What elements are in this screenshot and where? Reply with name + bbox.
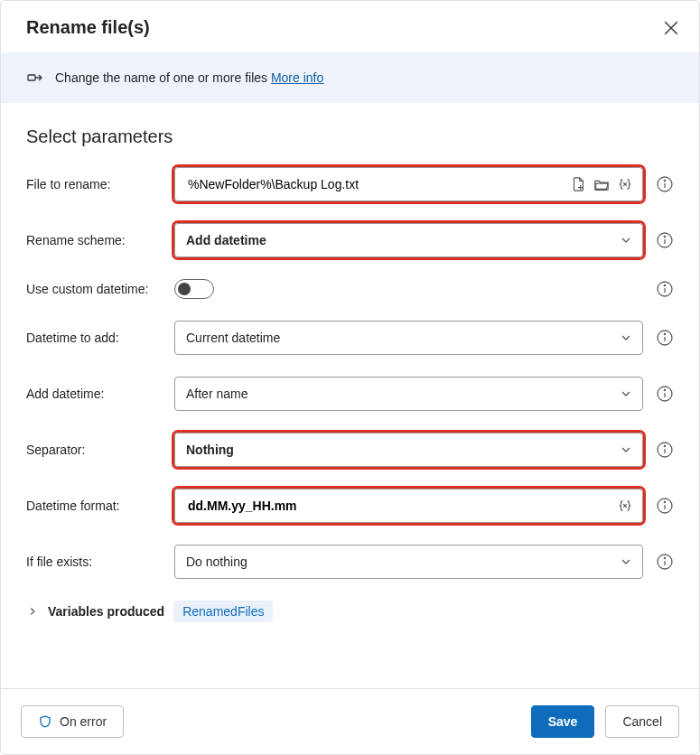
info-icon[interactable]: [656, 385, 674, 403]
info-icon[interactable]: [656, 329, 674, 347]
close-icon[interactable]: [663, 20, 679, 36]
on-error-button[interactable]: On error: [21, 705, 124, 738]
parameters-panel: Select parameters File to rename: Rename…: [1, 103, 699, 688]
cancel-button[interactable]: Cancel: [605, 705, 679, 738]
info-text: Change the name of one or more files Mor…: [55, 70, 323, 85]
shield-icon: [38, 714, 52, 729]
more-info-link[interactable]: More info: [271, 70, 323, 85]
svg-point-19: [664, 333, 665, 334]
info-icon[interactable]: [656, 175, 674, 193]
info-bar: Change the name of one or more files Mor…: [1, 52, 699, 103]
svg-point-30: [664, 501, 665, 502]
use-custom-label: Use custom datetime:: [26, 282, 162, 296]
if-file-exists-select[interactable]: Do nothing: [174, 545, 643, 579]
add-datetime-select[interactable]: After name: [174, 377, 643, 411]
datetime-format-input[interactable]: [174, 489, 643, 523]
svg-rect-2: [28, 75, 35, 80]
dialog-footer: On error Save Cancel: [1, 688, 699, 754]
rename-scheme-select[interactable]: Add datetime: [174, 223, 643, 257]
info-icon[interactable]: [656, 441, 674, 459]
rename-scheme-label: Rename scheme:: [26, 233, 162, 247]
info-icon[interactable]: [656, 497, 674, 515]
chevron-down-icon: [619, 331, 633, 345]
file-to-rename-label: File to rename:: [26, 177, 162, 191]
variable-picker-icon[interactable]: [617, 498, 633, 514]
chevron-down-icon: [619, 443, 633, 457]
variables-produced-row[interactable]: Variables produced RenamedFiles: [26, 601, 674, 622]
chevron-down-icon: [619, 555, 633, 569]
chevron-down-icon: [619, 233, 633, 247]
separator-label: Separator:: [26, 443, 162, 457]
svg-point-22: [664, 389, 665, 390]
folder-picker-icon[interactable]: [593, 176, 610, 192]
use-custom-toggle[interactable]: [174, 279, 214, 299]
file-to-rename-input[interactable]: [174, 167, 643, 201]
datetime-to-add-select[interactable]: Current datetime: [174, 321, 643, 355]
variable-chip[interactable]: RenamedFiles: [173, 601, 273, 622]
info-icon[interactable]: [656, 280, 674, 298]
file-picker-icon[interactable]: [570, 176, 586, 192]
chevron-right-icon: [26, 605, 39, 618]
info-icon[interactable]: [656, 231, 674, 249]
rename-files-dialog: Rename file(s) Change the name of one or…: [0, 0, 700, 755]
svg-point-25: [664, 445, 665, 446]
variable-picker-icon[interactable]: [617, 176, 633, 192]
separator-select[interactable]: Nothing: [174, 433, 643, 467]
svg-point-16: [664, 284, 665, 285]
if-file-exists-label: If file exists:: [26, 555, 162, 569]
datetime-to-add-label: Datetime to add:: [26, 331, 162, 345]
chevron-down-icon: [619, 387, 633, 401]
variables-produced-label: Variables produced: [48, 604, 164, 619]
dialog-titlebar: Rename file(s): [1, 1, 699, 52]
section-title: Select parameters: [26, 126, 674, 147]
rename-action-icon: [26, 69, 44, 87]
info-icon[interactable]: [656, 553, 674, 571]
save-button[interactable]: Save: [531, 705, 595, 738]
datetime-format-label: Datetime format:: [26, 499, 162, 513]
dialog-title: Rename file(s): [26, 17, 150, 38]
svg-point-33: [664, 557, 665, 558]
svg-point-10: [664, 180, 665, 181]
add-datetime-label: Add datetime:: [26, 387, 162, 401]
svg-point-13: [664, 236, 665, 237]
